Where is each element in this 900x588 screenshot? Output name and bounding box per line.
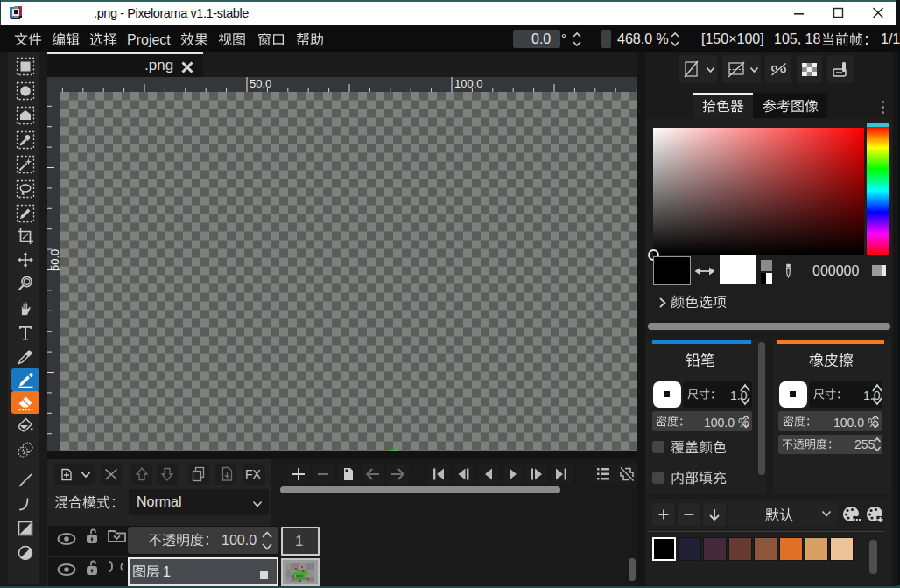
svg-text:50.0: 50.0	[48, 249, 60, 271]
svg-text:50.0: 50.0	[250, 77, 271, 90]
svg-text:100.0: 100.0	[454, 77, 483, 90]
